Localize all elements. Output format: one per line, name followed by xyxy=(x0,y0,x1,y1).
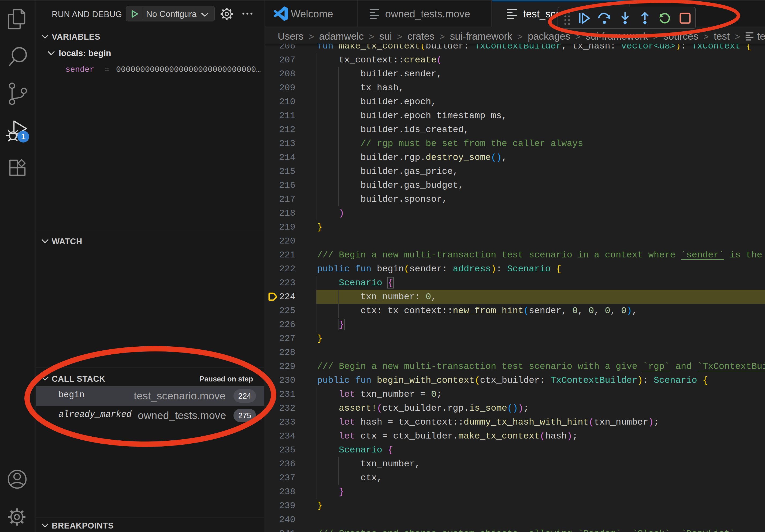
svg-text:1: 1 xyxy=(21,132,25,141)
